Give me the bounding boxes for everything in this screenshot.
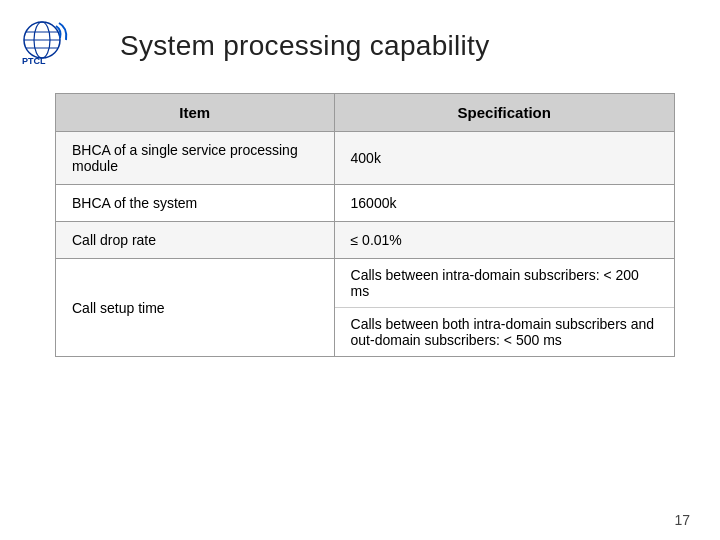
- row4-item: Call setup time: [56, 259, 335, 357]
- table-row: BHCA of the system 16000k: [56, 185, 675, 222]
- header: PTCL System processing capability: [0, 0, 720, 83]
- data-table: Item Specification BHCA of a single serv…: [55, 93, 675, 357]
- row1-item: BHCA of a single service processing modu…: [56, 132, 335, 185]
- row4-spec1: Calls between intra-domain subscribers: …: [335, 259, 674, 308]
- col-spec-header: Specification: [334, 94, 674, 132]
- row2-item: BHCA of the system: [56, 185, 335, 222]
- row1-spec: 400k: [334, 132, 674, 185]
- col-item-header: Item: [56, 94, 335, 132]
- row4-spec: Calls between intra-domain subscribers: …: [334, 259, 674, 357]
- table-container: Item Specification BHCA of a single serv…: [55, 93, 680, 357]
- table-row-last: Call setup time Calls between intra-doma…: [56, 259, 675, 357]
- page: PTCL System processing capability Item S…: [0, 0, 720, 540]
- table-row: Call drop rate ≤ 0.01%: [56, 222, 675, 259]
- table-header-row: Item Specification: [56, 94, 675, 132]
- table-row: BHCA of a single service processing modu…: [56, 132, 675, 185]
- row3-item: Call drop rate: [56, 222, 335, 259]
- row2-spec: 16000k: [334, 185, 674, 222]
- page-title: System processing capability: [120, 30, 489, 62]
- row4-spec2: Calls between both intra-domain subscrib…: [335, 308, 674, 356]
- svg-text:PTCL: PTCL: [22, 56, 46, 66]
- page-number: 17: [674, 512, 690, 528]
- logo: PTCL: [20, 18, 90, 73]
- row3-spec: ≤ 0.01%: [334, 222, 674, 259]
